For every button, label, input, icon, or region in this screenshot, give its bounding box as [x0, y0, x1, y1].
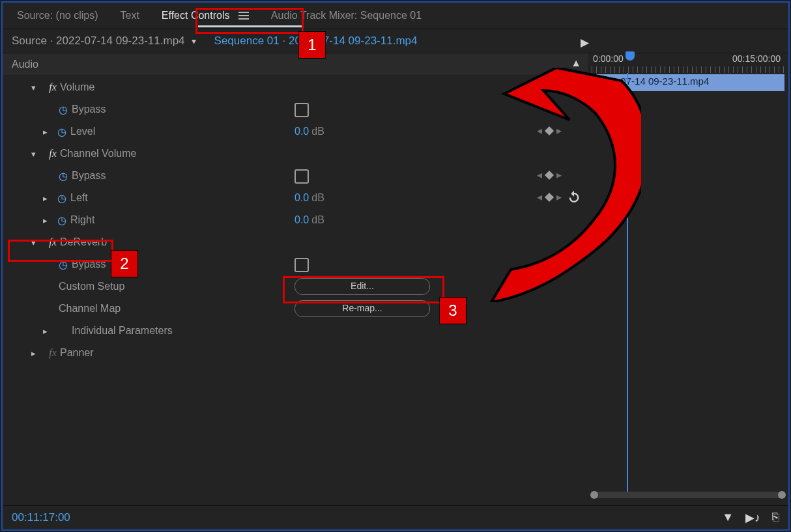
- fx-badge-icon[interactable]: fx: [46, 81, 60, 93]
- reset-icon[interactable]: [567, 79, 581, 93]
- stopwatch-icon[interactable]: ◷: [57, 192, 66, 204]
- keyframe-diamond-icon[interactable]: [545, 192, 554, 201]
- value-left[interactable]: 0.0dB: [295, 192, 324, 204]
- panel-tab-bar: Source: (no clips) Text Effect Controls …: [3, 3, 788, 29]
- timecode-display[interactable]: 00:11:17:00: [12, 511, 70, 524]
- chevron-right-icon[interactable]: ▸: [43, 216, 57, 225]
- chevron-right-icon[interactable]: ▸: [31, 348, 46, 358]
- chevron-down-icon[interactable]: ▾: [31, 149, 46, 159]
- tab-source[interactable]: Source: (no clips): [12, 6, 104, 25]
- skip-icon[interactable]: ▶♪: [745, 511, 760, 525]
- checkbox[interactable]: [295, 103, 309, 117]
- fx-badge-icon[interactable]: fx: [46, 347, 60, 359]
- effect-volume[interactable]: ▾ fx Volume: [3, 76, 588, 98]
- collapse-up-icon[interactable]: ▲: [571, 57, 581, 69]
- export-icon[interactable]: ⎘: [772, 511, 779, 525]
- annotation-label-3: 3: [439, 297, 467, 324]
- source-clip-label: Source · 2022-07-14 09-23-11.mp4: [12, 35, 185, 48]
- ruler-tick-end: 00:15:00:00: [732, 53, 781, 64]
- chevron-right-icon[interactable]: ▸: [43, 326, 57, 336]
- value-right[interactable]: 0.0dB: [295, 214, 324, 226]
- keyframe-diamond-icon[interactable]: [545, 126, 554, 135]
- source-header: Source · 2022-07-14 09-23-11.mp4 ▾ Seque…: [3, 29, 788, 53]
- annotation-box-3: [283, 276, 444, 303]
- timeline-scrollbar[interactable]: [592, 492, 784, 498]
- section-header-audio[interactable]: Audio ▲: [3, 53, 588, 76]
- playhead-handle[interactable]: [626, 51, 635, 61]
- checkbox[interactable]: [295, 169, 309, 184]
- playhead-line: [627, 73, 628, 492]
- checkbox[interactable]: [295, 258, 309, 272]
- panel-footer: 00:11:17:00 ▼ ▶♪ ⎘: [3, 505, 788, 529]
- keyframe-nav[interactable]: ◂▸: [537, 191, 562, 203]
- param-chvol-right[interactable]: ▸ ◷ Right 0.0dB: [3, 209, 588, 231]
- annotation-box-1: [195, 8, 304, 34]
- effect-panner[interactable]: ▸ fx Panner: [3, 342, 588, 364]
- play-icon[interactable]: ▶: [581, 36, 589, 49]
- effect-name: Volume: [60, 81, 94, 93]
- keyframe-diamond-icon[interactable]: [545, 170, 554, 179]
- effect-name: Channel Volume: [60, 148, 136, 160]
- param-chvol-left[interactable]: ▸ ◷ Left 0.0dB ◂▸: [3, 187, 588, 209]
- filter-icon[interactable]: ▼: [722, 511, 734, 525]
- param-individual[interactable]: ▸ Individual Parameters: [3, 320, 588, 342]
- ruler-ticks: [592, 66, 784, 73]
- section-label: Audio: [12, 59, 38, 70]
- ruler-tick-start: 0:00:00: [593, 53, 624, 64]
- clip-bar[interactable]: 2022-07-14 09-23-11.mp4: [592, 74, 784, 91]
- chevron-down-icon[interactable]: ▾: [31, 83, 46, 92]
- keyframe-nav[interactable]: ◂▸: [537, 169, 562, 181]
- stopwatch-icon[interactable]: ◷: [57, 126, 66, 138]
- fx-badge-icon[interactable]: fx: [46, 148, 60, 160]
- chevron-right-icon[interactable]: ▸: [43, 127, 57, 137]
- effects-panel: Audio ▲ ▾ fx Volume ◷ Bypass ▸ ◷ Level 0…: [3, 53, 588, 364]
- timeline-ruler[interactable]: 0:00:00 00:15:00:00: [592, 53, 784, 73]
- tab-text[interactable]: Text: [115, 6, 145, 25]
- chevron-down-icon[interactable]: ▾: [192, 36, 196, 46]
- effect-channel-volume[interactable]: ▾ fx Channel Volume: [3, 143, 588, 165]
- stopwatch-icon[interactable]: ◷: [57, 214, 66, 227]
- stopwatch-icon[interactable]: ◷: [59, 170, 68, 182]
- param-volume-bypass[interactable]: ◷ Bypass: [3, 98, 588, 120]
- reset-icon[interactable]: [567, 189, 581, 204]
- param-volume-level[interactable]: ▸ ◷ Level 0.0dB ◂▸: [3, 120, 588, 143]
- annotation-label-2: 2: [111, 250, 138, 277]
- keyframe-nav[interactable]: ◂▸: [537, 124, 562, 137]
- chevron-right-icon[interactable]: ▸: [43, 193, 57, 203]
- effect-name: Panner: [60, 347, 94, 359]
- value-level[interactable]: 0.0dB: [295, 126, 324, 137]
- annotation-box-2: [8, 240, 113, 262]
- stopwatch-icon[interactable]: ◷: [59, 104, 68, 116]
- param-chvol-bypass[interactable]: ◷ Bypass ◂▸: [3, 165, 588, 187]
- annotation-label-1: 1: [298, 31, 326, 59]
